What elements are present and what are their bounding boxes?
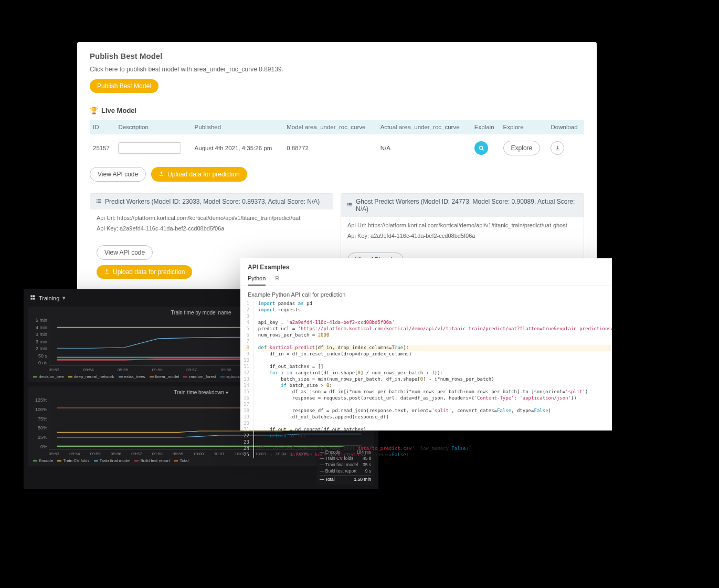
live-model-heading: 🏆 Live Model [90, 107, 584, 114]
explain-button[interactable] [474, 141, 488, 155]
api-url-text: Api Url: https://platform.kortical.com/k… [347, 222, 577, 228]
upload-icon [104, 268, 110, 276]
tab-python[interactable]: Python [248, 275, 266, 286]
svg-rect-2 [97, 200, 98, 200]
list-icon [346, 202, 353, 209]
legend-item[interactable]: Train final model [94, 458, 131, 463]
upload-data-button[interactable]: Upload data for prediction [151, 167, 247, 182]
publish-best-model-button[interactable]: Publish Best Model [90, 79, 158, 93]
download-button[interactable] [551, 141, 564, 155]
svg-rect-17 [33, 298, 35, 300]
svg-rect-16 [30, 298, 33, 300]
svg-rect-3 [98, 200, 101, 200]
training-title: Training [39, 295, 59, 301]
svg-rect-15 [33, 295, 35, 297]
ghost-workers-title: Ghost Predict Workers (Model ID: 24773, … [356, 198, 578, 213]
api-examples-title: API Examples [240, 258, 612, 271]
svg-line-1 [482, 149, 484, 151]
grid-icon [30, 295, 36, 301]
code-block: 1234567891011121314151617181920212223242… [240, 301, 612, 464]
description-input[interactable] [118, 142, 181, 154]
svg-rect-10 [347, 204, 348, 205]
legend-item[interactable]: extra_trees [119, 374, 145, 379]
svg-rect-14 [30, 295, 33, 297]
legend-item[interactable]: deep_neural_network [68, 374, 114, 379]
col-header: ID [90, 120, 115, 134]
legend-item[interactable]: Encode [33, 458, 53, 463]
live-model-table: IDDescriptionPublishedModel area_under_r… [90, 120, 584, 162]
svg-rect-8 [347, 203, 348, 204]
col-header: Published [192, 120, 284, 134]
cell-id: 25157 [90, 134, 115, 162]
svg-rect-13 [348, 206, 352, 206]
chevron-down-icon[interactable]: ▾ [62, 295, 66, 301]
stat-row: — Build test report9 s [320, 468, 371, 474]
table-row: 25157 August 4th 2021, 4:35:26 pm 0.8877… [90, 134, 584, 162]
col-header: Explain [471, 120, 500, 134]
svg-rect-12 [347, 206, 348, 206]
svg-rect-5 [98, 201, 101, 201]
svg-rect-4 [97, 201, 98, 201]
col-header: Actual area_under_roc_curve [377, 120, 471, 134]
publish-description: Click here to publish best model with ar… [90, 66, 584, 73]
api-subtitle: Example Python API call for prediction [240, 286, 612, 301]
svg-rect-9 [348, 203, 352, 204]
list-icon [96, 198, 102, 205]
col-header: Model area_under_roc_curve [283, 120, 377, 134]
view-api-code-button[interactable]: View API code [90, 167, 146, 182]
chevron-down-icon[interactable]: ▾ [226, 390, 228, 395]
legend-item[interactable]: linear_model [150, 374, 179, 379]
upload-data-button[interactable]: Upload data for prediction [97, 265, 192, 279]
legend-item[interactable]: Build test report [134, 458, 170, 463]
api-url-text: Api Url: https://platform.kortical.com/k… [97, 215, 326, 221]
legend-item[interactable]: Train CV folds [57, 458, 89, 463]
predict-workers-title: Predict Workers (Model ID: 23033, Model … [105, 198, 320, 205]
cell-actual: N/A [377, 134, 471, 162]
live-model-label: Live Model [101, 107, 136, 114]
svg-point-0 [479, 146, 482, 150]
col-header: Description [115, 120, 191, 134]
legend-item[interactable]: xgboost [220, 374, 241, 379]
tab-r[interactable]: R [275, 275, 279, 286]
api-key-text: Api Key: a2a9efd4-116c-41da-bef2-ccd08bd… [97, 225, 326, 232]
api-key-text: Api Key: a2a9efd4-116c-41da-bef2-ccd08bd… [347, 233, 577, 239]
svg-rect-7 [98, 202, 101, 203]
publish-title: Publish Best Model [90, 51, 584, 60]
legend-item[interactable]: decision_tree [33, 374, 64, 379]
svg-rect-6 [97, 202, 98, 203]
cell-published: August 4th 2021, 4:35:26 pm [192, 134, 284, 162]
legend-item[interactable]: random_forest [183, 374, 216, 379]
api-examples-panel: API Examples PythonR Example Python API … [240, 258, 612, 430]
stat-row: — Total1.50 min [320, 475, 371, 482]
col-header: Explore [500, 120, 548, 134]
upload-icon [158, 171, 164, 178]
explore-button[interactable]: Explore [503, 141, 541, 155]
view-api-code-button[interactable]: View API code [97, 245, 153, 260]
cell-model-score: 0.88772 [283, 134, 377, 162]
trophy-icon: 🏆 [90, 107, 98, 114]
col-header: Download [547, 120, 584, 134]
legend-item[interactable]: Total [174, 458, 188, 463]
svg-rect-11 [348, 204, 352, 205]
